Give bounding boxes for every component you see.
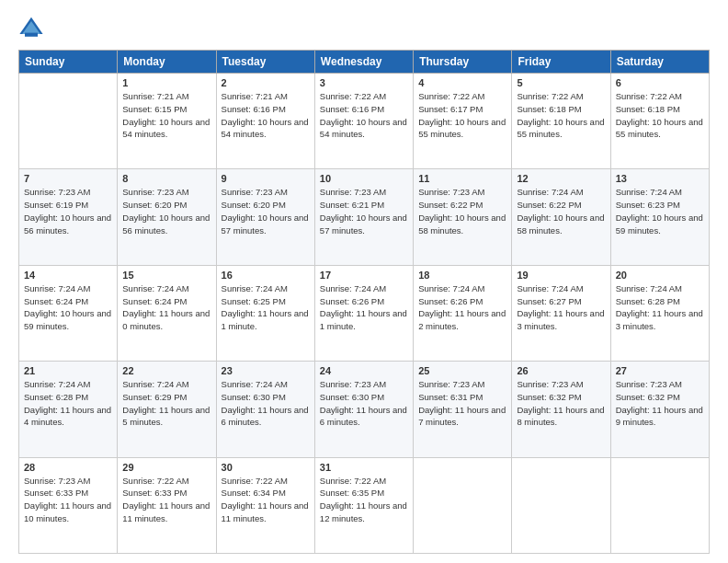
day-info: Sunrise: 7:23 AMSunset: 6:20 PMDaylight:… [122,186,210,236]
calendar-day-cell: 21Sunrise: 7:24 AMSunset: 6:28 PMDayligh… [19,362,118,457]
calendar-week-row: 28Sunrise: 7:23 AMSunset: 6:33 PMDayligh… [19,457,710,553]
day-info: Sunrise: 7:22 AMSunset: 6:33 PMDaylight:… [122,475,210,525]
calendar-day-cell: 23Sunrise: 7:24 AMSunset: 6:30 PMDayligh… [216,362,314,457]
day-info: Sunrise: 7:24 AMSunset: 6:28 PMDaylight:… [24,378,112,429]
calendar-day-cell: 20Sunrise: 7:24 AMSunset: 6:28 PMDayligh… [610,265,709,361]
day-info: Sunrise: 7:24 AMSunset: 6:28 PMDaylight:… [616,282,704,333]
day-number: 30 [222,462,310,473]
day-number: 18 [418,270,506,281]
calendar-day-cell: 26Sunrise: 7:23 AMSunset: 6:32 PMDayligh… [512,362,610,457]
calendar-day-cell: 6Sunrise: 7:22 AMSunset: 6:18 PMDaylight… [610,74,709,169]
calendar-day-cell: 11Sunrise: 7:23 AMSunset: 6:22 PMDayligh… [414,169,512,265]
weekday-header: Saturday [610,51,709,74]
day-number: 29 [122,462,210,473]
day-info: Sunrise: 7:22 AMSunset: 6:34 PMDaylight:… [222,475,310,525]
weekday-header: Monday [118,51,216,74]
day-number: 15 [122,270,210,281]
day-info: Sunrise: 7:23 AMSunset: 6:22 PMDaylight:… [418,186,506,236]
logo-icon [18,15,44,40]
calendar-day-cell: 31Sunrise: 7:22 AMSunset: 6:35 PMDayligh… [314,457,413,553]
day-info: Sunrise: 7:22 AMSunset: 6:18 PMDaylight:… [517,90,605,141]
calendar-table: SundayMondayTuesdayWednesdayThursdayFrid… [18,50,710,554]
calendar-day-cell: 12Sunrise: 7:24 AMSunset: 6:22 PMDayligh… [512,169,610,265]
calendar-day-cell: 1Sunrise: 7:21 AMSunset: 6:15 PMDaylight… [118,74,216,169]
calendar-day-cell [414,457,512,553]
weekday-header: Wednesday [314,51,413,74]
day-number: 16 [222,270,310,281]
day-number: 2 [222,77,310,88]
calendar-day-cell: 22Sunrise: 7:24 AMSunset: 6:29 PMDayligh… [118,362,216,457]
day-info: Sunrise: 7:23 AMSunset: 6:31 PMDaylight:… [418,378,506,429]
day-number: 27 [616,365,704,376]
calendar-day-cell: 27Sunrise: 7:23 AMSunset: 6:32 PMDayligh… [610,362,709,457]
day-number: 28 [24,462,112,473]
calendar-day-cell: 5Sunrise: 7:22 AMSunset: 6:18 PMDaylight… [512,74,610,169]
day-number: 4 [418,77,506,88]
day-number: 25 [418,365,506,376]
calendar-day-cell [19,74,118,169]
day-info: Sunrise: 7:23 AMSunset: 6:19 PMDaylight:… [24,186,112,236]
day-info: Sunrise: 7:24 AMSunset: 6:26 PMDaylight:… [320,282,408,333]
day-number: 3 [320,77,408,88]
calendar-day-cell [610,457,709,553]
calendar-day-cell: 9Sunrise: 7:23 AMSunset: 6:20 PMDaylight… [216,169,314,265]
day-number: 20 [616,270,704,281]
calendar-week-row: 1Sunrise: 7:21 AMSunset: 6:15 PMDaylight… [19,74,710,169]
day-number: 1 [122,77,210,88]
day-info: Sunrise: 7:23 AMSunset: 6:20 PMDaylight:… [222,186,310,236]
day-info: Sunrise: 7:23 AMSunset: 6:30 PMDaylight:… [320,378,408,429]
calendar-day-cell: 25Sunrise: 7:23 AMSunset: 6:31 PMDayligh… [414,362,512,457]
weekday-header: Sunday [19,51,118,74]
calendar-day-cell: 7Sunrise: 7:23 AMSunset: 6:19 PMDaylight… [19,169,118,265]
day-number: 21 [24,365,112,376]
weekday-header: Tuesday [216,51,314,74]
day-number: 17 [320,270,408,281]
calendar-day-cell [512,457,610,553]
day-info: Sunrise: 7:24 AMSunset: 6:30 PMDaylight:… [222,378,310,429]
day-info: Sunrise: 7:21 AMSunset: 6:16 PMDaylight:… [222,90,310,141]
logo [18,15,48,40]
calendar-day-cell: 29Sunrise: 7:22 AMSunset: 6:33 PMDayligh… [118,457,216,553]
weekday-header-row: SundayMondayTuesdayWednesdayThursdayFrid… [19,51,710,74]
calendar-day-cell: 24Sunrise: 7:23 AMSunset: 6:30 PMDayligh… [314,362,413,457]
page: SundayMondayTuesdayWednesdayThursdayFrid… [0,0,728,563]
day-info: Sunrise: 7:24 AMSunset: 6:24 PMDaylight:… [24,282,112,333]
calendar-day-cell: 3Sunrise: 7:22 AMSunset: 6:16 PMDaylight… [314,74,413,169]
day-info: Sunrise: 7:24 AMSunset: 6:25 PMDaylight:… [222,282,310,333]
day-number: 24 [320,365,408,376]
calendar-day-cell: 2Sunrise: 7:21 AMSunset: 6:16 PMDaylight… [216,74,314,169]
svg-rect-2 [25,33,38,37]
day-number: 23 [222,365,310,376]
day-number: 9 [222,173,310,184]
day-info: Sunrise: 7:22 AMSunset: 6:16 PMDaylight:… [320,90,408,141]
calendar-day-cell: 4Sunrise: 7:22 AMSunset: 6:17 PMDaylight… [414,74,512,169]
day-number: 10 [320,173,408,184]
calendar-day-cell: 10Sunrise: 7:23 AMSunset: 6:21 PMDayligh… [314,169,413,265]
day-number: 12 [517,173,605,184]
calendar-week-row: 21Sunrise: 7:24 AMSunset: 6:28 PMDayligh… [19,362,710,457]
day-info: Sunrise: 7:23 AMSunset: 6:32 PMDaylight:… [517,378,605,429]
day-info: Sunrise: 7:23 AMSunset: 6:21 PMDaylight:… [320,186,408,236]
day-number: 8 [122,173,210,184]
day-info: Sunrise: 7:24 AMSunset: 6:26 PMDaylight:… [418,282,506,333]
calendar-day-cell: 14Sunrise: 7:24 AMSunset: 6:24 PMDayligh… [19,265,118,361]
calendar-day-cell: 28Sunrise: 7:23 AMSunset: 6:33 PMDayligh… [19,457,118,553]
day-info: Sunrise: 7:24 AMSunset: 6:22 PMDaylight:… [517,186,605,236]
day-info: Sunrise: 7:21 AMSunset: 6:15 PMDaylight:… [122,90,210,141]
calendar-day-cell: 19Sunrise: 7:24 AMSunset: 6:27 PMDayligh… [512,265,610,361]
day-number: 13 [616,173,704,184]
calendar-day-cell: 30Sunrise: 7:22 AMSunset: 6:34 PMDayligh… [216,457,314,553]
day-info: Sunrise: 7:22 AMSunset: 6:18 PMDaylight:… [616,90,704,141]
day-info: Sunrise: 7:23 AMSunset: 6:33 PMDaylight:… [24,475,112,525]
day-info: Sunrise: 7:24 AMSunset: 6:23 PMDaylight:… [616,186,704,236]
day-info: Sunrise: 7:24 AMSunset: 6:24 PMDaylight:… [122,282,210,333]
weekday-header: Thursday [414,51,512,74]
day-number: 31 [320,462,408,473]
calendar-day-cell: 8Sunrise: 7:23 AMSunset: 6:20 PMDaylight… [118,169,216,265]
day-number: 11 [418,173,506,184]
day-info: Sunrise: 7:22 AMSunset: 6:17 PMDaylight:… [418,90,506,141]
day-number: 7 [24,173,112,184]
calendar-day-cell: 17Sunrise: 7:24 AMSunset: 6:26 PMDayligh… [314,265,413,361]
calendar-day-cell: 18Sunrise: 7:24 AMSunset: 6:26 PMDayligh… [414,265,512,361]
day-number: 19 [517,270,605,281]
